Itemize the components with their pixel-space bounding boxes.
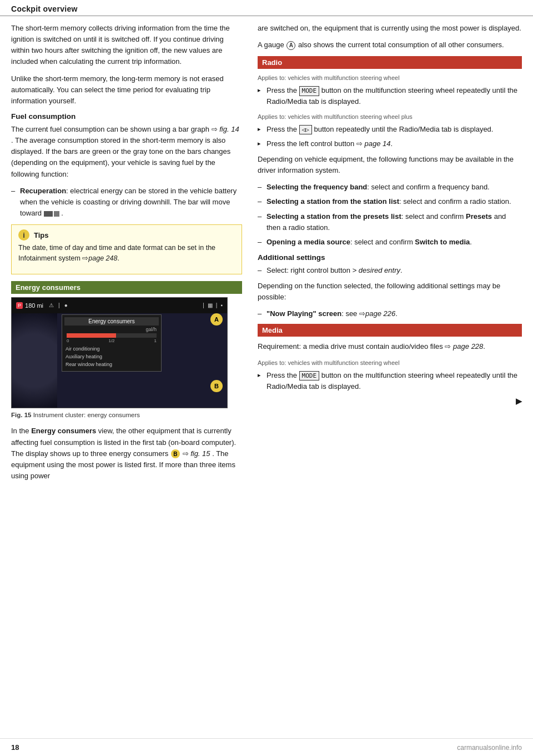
square-icon: ▪ — [220, 302, 223, 308]
content-area: The short-term memory collects driving i… — [0, 16, 533, 738]
page-title: Cockpit overview — [11, 4, 522, 13]
additional-settings-heading: Additional settings — [258, 253, 522, 262]
radio-page-ref: page 14 — [365, 139, 391, 148]
recuperation-item: Recuperation: electrical energy can be s… — [11, 186, 242, 219]
cluster-top-bar: P 180 mi ⚠ | ● | ▦ | ▪ — [12, 298, 227, 313]
bar-icon: | — [203, 302, 204, 308]
additional-settings-list: "Now Playing" screen: see ⇨page 226. — [258, 308, 522, 319]
radio-func-2: Selecting a station from the station lis… — [258, 196, 522, 207]
consumer-2: Auxiliary heating — [66, 353, 159, 361]
applies-to-1: Applies to: vehicles with multifunction … — [258, 73, 522, 83]
fuel-para: The current fuel consumption can be show… — [11, 124, 242, 180]
media-bullet-list: Press the MODE button on the multifuncti… — [258, 370, 522, 392]
consumer-1: Air conditioning — [66, 345, 159, 353]
energy-bar-fill — [67, 333, 116, 338]
radio-bullet-item-1: Press the MODE button on the multifuncti… — [258, 85, 522, 107]
energy-list: Air conditioning Auxiliary heating Rear … — [64, 345, 159, 369]
mileage-value: 180 mi — [25, 302, 43, 309]
page: Cockpit overview The short-term memory c… — [0, 0, 533, 756]
energy-panel-title: Energy consumers — [64, 317, 159, 326]
media-page-ref: page 228 — [453, 342, 483, 351]
energy-bar-scale: 0 1/2 1 — [67, 338, 157, 343]
scale-0: 0 — [67, 338, 69, 343]
watermark: carmanualsonline.info — [457, 744, 522, 752]
recuperation-list: Recuperation: electrical energy can be s… — [11, 186, 242, 219]
tip-arrow: ⇨ — [82, 254, 88, 262]
cluster-mileage: P 180 mi — [16, 302, 43, 309]
now-playing-item: "Now Playing" screen: see ⇨page 226. — [258, 308, 522, 319]
radio-bullet-list-1: Press the MODE button on the multifuncti… — [258, 85, 522, 107]
media-section-bar: Media — [258, 324, 522, 337]
left-column: The short-term memory collects driving i… — [11, 23, 255, 738]
cluster-top-right: | ▦ | ▪ — [203, 302, 223, 308]
mileage-icon: P — [16, 302, 23, 309]
instrument-cluster-image: DAM-9847 P 180 mi ⚠ | ● | ▦ | — [11, 297, 228, 408]
circle-b-label: B — [210, 380, 223, 392]
grid-icon: ▦ — [208, 302, 213, 308]
page-continuation-arrow: ▶ — [258, 397, 522, 405]
arrow-fig: ⇨ — [183, 449, 189, 458]
intro-para-2: Unlike the short-term memory, the long-t… — [11, 73, 242, 107]
bottom-text-1: In the — [11, 427, 29, 435]
tip-title: Tips — [34, 231, 49, 239]
bottom-para: In the Energy consumers view, the other … — [11, 425, 242, 482]
additional-bullet-list: Select: right control button > desired e… — [258, 265, 522, 276]
radio-func-3: Selecting a station from the presets lis… — [258, 211, 522, 233]
right-para-2-text: A gauge — [258, 41, 284, 49]
recuperation-label: Recuperation — [20, 187, 66, 195]
mode-key-2: ◁▷ — [299, 125, 312, 134]
applies-to-3: Applies to: vehicles with multifunction … — [258, 358, 522, 368]
fig-ref-15: fig. 15 — [190, 449, 210, 458]
arrow-now-playing: ⇨ — [359, 309, 365, 318]
scale-1: 1 — [154, 338, 157, 343]
fuel-arrow: ⇨ — [212, 125, 218, 133]
right-column: are switched on, the equipment that is c… — [255, 23, 522, 738]
arrow-media: ⇨ — [445, 342, 451, 351]
radio-bullet-item-3: Press the left control button ⇨ page 14. — [258, 138, 522, 149]
fuel-consumption-heading: Fuel consumption — [11, 112, 242, 121]
separator: | — [58, 302, 60, 308]
dot-icon: ● — [64, 302, 68, 308]
arrow-right-icon: ▶ — [516, 397, 522, 405]
radio-func-4: Opening a media source: select and confi… — [258, 237, 522, 248]
right-para-2b: also shows the current total consumption… — [298, 41, 504, 49]
warning-icon: ⚠ — [49, 302, 54, 308]
desired-entry: desired entry — [359, 266, 400, 274]
fuel-text-1: The current fuel consumption can be show… — [11, 125, 209, 133]
radio-func-1: Selecting the frequency band: select and… — [258, 182, 522, 193]
media-para-1: Requirement: a media drive must contain … — [258, 341, 522, 352]
energy-panel: Energy consumers gal/h 0 1/2 1 Air c — [62, 314, 162, 372]
additional-bullet-1: Select: right control button > desired e… — [258, 265, 522, 276]
page-footer: 18 carmanualsonline.info — [0, 738, 533, 756]
fuel-fig-ref: fig. 14 — [219, 125, 239, 133]
mode-key-3: MODE — [299, 371, 320, 380]
mode-key-1: MODE — [299, 86, 320, 96]
cluster-top-icons: ⚠ | ● — [49, 302, 68, 308]
energy-unit: gal/h — [64, 327, 159, 332]
tip-box: i Tips The date, time of day and time an… — [11, 224, 242, 274]
fuel-text-2: . The average consumption stored in the … — [11, 136, 230, 178]
page-number: 18 — [11, 743, 19, 752]
energy-bar-bg — [67, 333, 157, 338]
circle-b-inline: B — [171, 449, 180, 458]
circle-a-label: A — [210, 313, 223, 326]
scale-half: 1/2 — [108, 338, 114, 343]
energy-bar-container: 0 1/2 1 — [67, 333, 157, 343]
radio-para: Depending on vehicle equipment, the foll… — [258, 154, 522, 176]
tip-text: The date, time of day and time and date … — [18, 243, 235, 264]
right-para-2: A gauge A also shows the current total c… — [258, 39, 522, 51]
fig-caption-text: Instrument cluster: energy consumers — [33, 412, 140, 418]
radio-function-list: Selecting the frequency band: select and… — [258, 182, 522, 248]
consumer-3: Rear window heating — [66, 361, 159, 368]
right-para-1: are switched on, the equipment that is c… — [258, 23, 522, 34]
fig-caption: Fig. 15 Instrument cluster: energy consu… — [11, 410, 242, 420]
additional-para: Depending on the function selected, the … — [258, 281, 522, 303]
energy-consumers-bar: Energy consumers — [11, 281, 242, 294]
energy-bold: Energy consumers — [31, 427, 96, 435]
applies-to-2: Applies to: vehicles with multifunction … — [258, 112, 522, 122]
cluster-dial-left — [12, 313, 57, 408]
separator2: | — [216, 302, 218, 308]
tip-page-ref: page 248 — [88, 254, 117, 262]
radio-section-bar: Radio — [258, 56, 522, 69]
media-bullet-item-1: Press the MODE button on the multifuncti… — [258, 370, 522, 392]
